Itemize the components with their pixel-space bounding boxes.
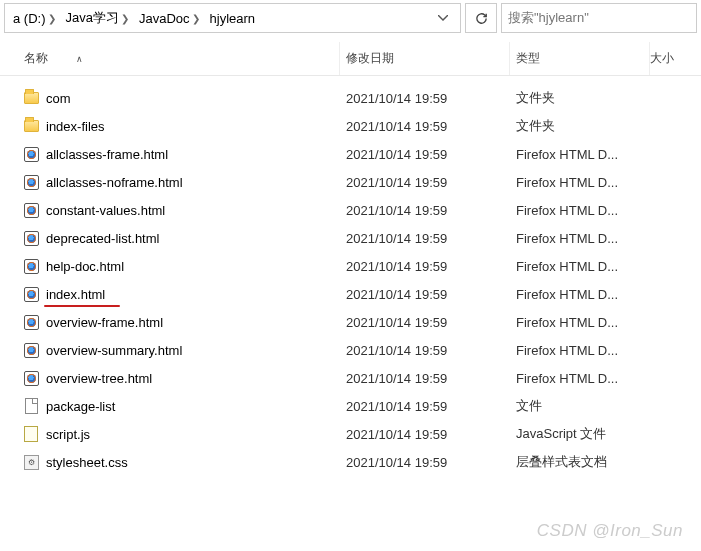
file-name: overview-tree.html	[42, 371, 340, 386]
file-row[interactable]: package-list2021/10/14 19:59文件	[0, 392, 701, 420]
file-type: 层叠样式表文档	[510, 453, 650, 471]
crumb-drive[interactable]: a (D:)❯	[9, 11, 62, 26]
folder-icon	[20, 92, 42, 104]
file-row[interactable]: overview-summary.html2021/10/14 19:59Fir…	[0, 336, 701, 364]
file-row[interactable]: overview-tree.html2021/10/14 19:59Firefo…	[0, 364, 701, 392]
file-type: Firefox HTML D...	[510, 231, 650, 246]
history-dropdown-button[interactable]	[430, 4, 456, 32]
file-icon	[20, 398, 42, 414]
file-type: Firefox HTML D...	[510, 287, 650, 302]
ff-icon	[20, 231, 42, 246]
file-row[interactable]: script.js2021/10/14 19:59JavaScript 文件	[0, 420, 701, 448]
file-row[interactable]: constant-values.html2021/10/14 19:59Fire…	[0, 196, 701, 224]
ff-icon	[20, 371, 42, 386]
file-name: overview-summary.html	[42, 343, 340, 358]
file-date: 2021/10/14 19:59	[340, 231, 510, 246]
file-date: 2021/10/14 19:59	[340, 399, 510, 414]
file-row[interactable]: stylesheet.css2021/10/14 19:59层叠样式表文档	[0, 448, 701, 476]
header-type[interactable]: 类型	[510, 42, 650, 75]
file-name: index-files	[42, 119, 340, 134]
file-type: Firefox HTML D...	[510, 203, 650, 218]
file-row[interactable]: com2021/10/14 19:59文件夹	[0, 84, 701, 112]
file-date: 2021/10/14 19:59	[340, 287, 510, 302]
crumb-folder[interactable]: hjylearn	[206, 11, 260, 26]
ff-icon	[20, 287, 42, 302]
address-toolbar: a (D:)❯ Java学习❯ JavaDoc❯ hjylearn 搜索"hjy…	[0, 0, 701, 36]
js-icon	[20, 426, 42, 442]
file-date: 2021/10/14 19:59	[340, 371, 510, 386]
ff-icon	[20, 175, 42, 190]
file-type: Firefox HTML D...	[510, 259, 650, 274]
ff-icon	[20, 147, 42, 162]
file-date: 2021/10/14 19:59	[340, 455, 510, 470]
file-date: 2021/10/14 19:59	[340, 343, 510, 358]
file-date: 2021/10/14 19:59	[340, 119, 510, 134]
file-name: index.html	[42, 287, 340, 302]
crumb-folder[interactable]: Java学习❯	[62, 9, 135, 27]
breadcrumb[interactable]: a (D:)❯ Java学习❯ JavaDoc❯ hjylearn	[4, 3, 461, 33]
chevron-right-icon: ❯	[46, 13, 58, 24]
ff-icon	[20, 203, 42, 218]
column-headers: 名称 ∧ 修改日期 类型 大小	[0, 42, 701, 76]
file-row[interactable]: help-doc.html2021/10/14 19:59Firefox HTM…	[0, 252, 701, 280]
ff-icon	[20, 343, 42, 358]
refresh-icon	[474, 11, 489, 26]
file-type: 文件夹	[510, 89, 650, 107]
file-date: 2021/10/14 19:59	[340, 175, 510, 190]
file-name: overview-frame.html	[42, 315, 340, 330]
file-name: allclasses-noframe.html	[42, 175, 340, 190]
header-name[interactable]: 名称 ∧	[0, 42, 340, 75]
file-row[interactable]: index.html2021/10/14 19:59Firefox HTML D…	[0, 280, 701, 308]
chevron-right-icon: ❯	[190, 13, 202, 24]
file-type: Firefox HTML D...	[510, 371, 650, 386]
ff-icon	[20, 315, 42, 330]
file-type: 文件	[510, 397, 650, 415]
file-type: Firefox HTML D...	[510, 175, 650, 190]
watermark-text: CSDN @Iron_Sun	[537, 521, 683, 541]
file-name: package-list	[42, 399, 340, 414]
refresh-button[interactable]	[465, 3, 497, 33]
search-placeholder: 搜索"hjylearn"	[508, 9, 589, 27]
chevron-down-icon	[438, 15, 448, 21]
file-name: stylesheet.css	[42, 455, 340, 470]
header-size[interactable]: 大小	[650, 42, 692, 75]
file-row[interactable]: deprecated-list.html2021/10/14 19:59Fire…	[0, 224, 701, 252]
header-date[interactable]: 修改日期	[340, 42, 510, 75]
file-name: script.js	[42, 427, 340, 442]
folder-icon	[20, 120, 42, 132]
file-date: 2021/10/14 19:59	[340, 315, 510, 330]
file-date: 2021/10/14 19:59	[340, 203, 510, 218]
search-input[interactable]: 搜索"hjylearn"	[501, 3, 697, 33]
file-date: 2021/10/14 19:59	[340, 147, 510, 162]
file-date: 2021/10/14 19:59	[340, 427, 510, 442]
css-icon	[20, 455, 42, 470]
file-row[interactable]: index-files2021/10/14 19:59文件夹	[0, 112, 701, 140]
file-type: Firefox HTML D...	[510, 343, 650, 358]
file-row[interactable]: allclasses-noframe.html2021/10/14 19:59F…	[0, 168, 701, 196]
file-date: 2021/10/14 19:59	[340, 259, 510, 274]
file-type: Firefox HTML D...	[510, 315, 650, 330]
file-name: allclasses-frame.html	[42, 147, 340, 162]
file-type: 文件夹	[510, 117, 650, 135]
sort-asc-icon: ∧	[76, 54, 83, 64]
file-row[interactable]: overview-frame.html2021/10/14 19:59Firef…	[0, 308, 701, 336]
file-type: Firefox HTML D...	[510, 147, 650, 162]
highlight-underline	[44, 305, 120, 307]
file-name: constant-values.html	[42, 203, 340, 218]
file-name: com	[42, 91, 340, 106]
file-date: 2021/10/14 19:59	[340, 91, 510, 106]
crumb-folder[interactable]: JavaDoc❯	[135, 11, 206, 26]
ff-icon	[20, 259, 42, 274]
file-list: com2021/10/14 19:59文件夹index-files2021/10…	[0, 84, 701, 476]
file-name: help-doc.html	[42, 259, 340, 274]
file-type: JavaScript 文件	[510, 425, 650, 443]
file-name: deprecated-list.html	[42, 231, 340, 246]
chevron-right-icon: ❯	[119, 13, 131, 24]
file-row[interactable]: allclasses-frame.html2021/10/14 19:59Fir…	[0, 140, 701, 168]
